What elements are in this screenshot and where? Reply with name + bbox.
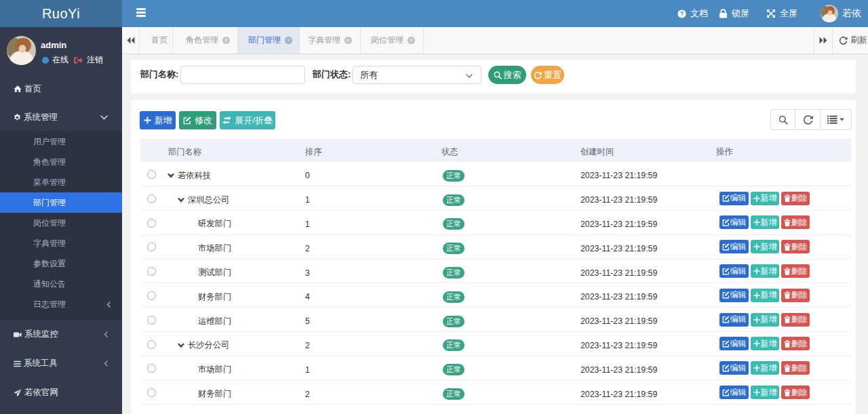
svg-text:?: ? bbox=[680, 10, 684, 17]
